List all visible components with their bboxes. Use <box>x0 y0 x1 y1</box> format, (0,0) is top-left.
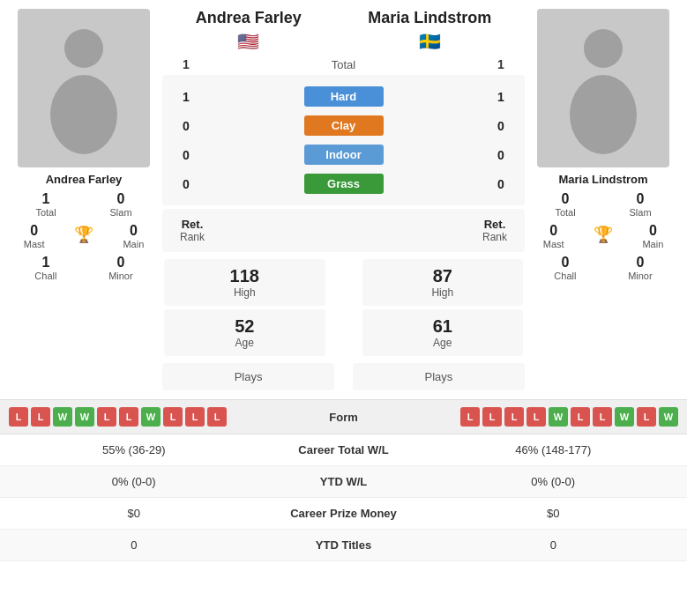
hard-row: 1 Hard 1 <box>162 82 525 111</box>
center-name-row: Andrea Farley 🇺🇸 Maria Lindstrom 🇸🇪 <box>162 9 525 52</box>
form-label: Form <box>291 411 397 424</box>
stats-center-1: YTD W/L <box>256 475 432 488</box>
hard-badge: Hard <box>304 86 384 107</box>
player1-trophy-cell: 🏆 <box>74 223 93 249</box>
form-badge-p2: W <box>659 407 678 427</box>
player1-stats-row3: 1 Chall 0 Minor <box>9 255 159 281</box>
form-badge-p2: L <box>571 407 590 427</box>
surface-table: 1 Hard 1 0 Clay 0 0 Indoor 0 0 Grass <box>162 75 525 205</box>
player2-high-label: High <box>431 286 453 299</box>
form-badge-p2: L <box>637 407 656 427</box>
player2-rank-box: Ret. Rank <box>482 218 507 243</box>
form-badge-p2: L <box>482 407 502 427</box>
player1-minor-label: Minor <box>108 271 133 281</box>
stats-left-3: 0 <box>12 538 256 552</box>
players-section: Andrea Farley 1 Total 0 Slam 0 Mast 🏆 <box>0 0 687 399</box>
player2-total-cell: 0 Total <box>555 191 575 218</box>
stats-row: 55% (36-29) Career Total W/L 46% (148-17… <box>0 434 687 466</box>
player2-age-box: 61 Age <box>362 309 524 356</box>
player2-mast-value: 0 <box>549 223 557 239</box>
form-badge-p1: W <box>141 407 161 427</box>
player2-chall-label: Chall <box>554 271 576 281</box>
player1-slam-label: Slam <box>110 207 132 218</box>
total-label: Total <box>199 58 488 71</box>
player2-minor-label: Minor <box>628 271 653 281</box>
stats-right-2: $0 <box>432 507 676 520</box>
player1-high-label: High <box>234 286 256 299</box>
hard-right: 1 <box>488 90 514 104</box>
player1-flag: 🇺🇸 <box>237 31 259 52</box>
player2-total-value: 0 <box>562 191 570 207</box>
stats-left-0: 55% (36-29) <box>12 443 256 456</box>
stats-table: 55% (36-29) Career Total W/L 46% (148-17… <box>0 434 687 561</box>
center-panel: Andrea Farley 🇺🇸 Maria Lindstrom 🇸🇪 1 To… <box>162 9 525 390</box>
form-badge-p2: L <box>504 407 524 427</box>
player1-rank-box: Ret. Rank <box>180 218 205 243</box>
form-badge-p1: W <box>53 407 72 427</box>
player2-card: Maria Lindstrom 0 Total 0 Slam 0 Mast 🏆 <box>528 9 678 390</box>
form-badge-p1: L <box>185 407 205 427</box>
stats-row: 0 YTD Titles 0 <box>0 530 687 561</box>
player1-age-label: Age <box>235 337 254 349</box>
player2-high-value: 87 <box>433 266 452 286</box>
player2-age-label: Age <box>433 337 452 349</box>
total-right: 1 <box>488 57 514 71</box>
plays-row: Plays Plays <box>162 360 525 390</box>
player2-main-value: 0 <box>649 223 657 239</box>
form-badge-p1: L <box>31 407 50 427</box>
total-left: 1 <box>173 57 199 71</box>
form-badge-p1: L <box>9 407 28 427</box>
grass-badge: Grass <box>304 174 384 194</box>
player1-minor-cell: 0 Minor <box>108 255 133 281</box>
total-row: 1 Total 1 <box>162 56 525 73</box>
player2-mast-cell: 0 Mast <box>543 223 564 249</box>
player1-main-value: 0 <box>130 223 138 239</box>
player2-trophy-icon: 🏆 <box>594 225 613 244</box>
form-badge-p2: W <box>549 407 568 427</box>
player1-total-value: 1 <box>42 191 50 207</box>
grass-row: 0 Grass 0 <box>162 169 525 198</box>
main-container: Andrea Farley 1 Total 0 Slam 0 Mast 🏆 <box>0 0 687 561</box>
clay-row: 0 Clay 0 <box>162 111 525 140</box>
spacer3 <box>338 360 349 390</box>
player2-minor-value: 0 <box>636 255 644 271</box>
stats-row: $0 Career Prize Money $0 <box>0 498 687 530</box>
clay-left: 0 <box>173 119 199 133</box>
player1-stats-row1: 1 Total 0 Slam <box>9 191 159 218</box>
form-badge-p1: L <box>119 407 138 427</box>
player2-main-label: Main <box>642 239 663 249</box>
svg-point-2 <box>584 29 623 68</box>
player2-silhouette <box>559 22 647 154</box>
player1-plays-box: Plays <box>162 363 334 390</box>
player1-age-box: 52 Age <box>164 309 325 356</box>
age-row: 52 Age 61 Age <box>162 309 525 356</box>
player2-name: Maria Lindstrom <box>558 173 647 186</box>
center-player2-info: Maria Lindstrom 🇸🇪 <box>368 9 491 52</box>
player1-plays-label: Plays <box>235 370 263 383</box>
grass-right: 0 <box>488 177 514 191</box>
rank-section: Ret. Rank Ret. Rank <box>162 209 525 252</box>
player1-chall-label: Chall <box>34 271 56 281</box>
indoor-badge: Indoor <box>304 145 384 165</box>
svg-point-3 <box>570 75 637 154</box>
hard-left: 1 <box>173 90 199 104</box>
center-player1-info: Andrea Farley 🇺🇸 <box>196 9 302 52</box>
player1-main-label: Main <box>123 239 144 249</box>
indoor-row: 0 Indoor 0 <box>162 140 525 169</box>
player2-photo <box>537 9 669 167</box>
form-badge-p2: W <box>615 407 634 427</box>
player2-trophy-cell: 🏆 <box>594 223 613 249</box>
player2-slam-cell: 0 Slam <box>630 191 652 218</box>
form-badge-p1: L <box>163 407 183 427</box>
svg-point-0 <box>64 29 103 68</box>
form-badge-p1: L <box>97 407 116 427</box>
clay-right: 0 <box>488 119 514 133</box>
player2-slam-label: Slam <box>630 207 652 218</box>
player2-total-label: Total <box>555 207 575 218</box>
player1-mast-value: 0 <box>30 223 38 239</box>
player2-slam-value: 0 <box>637 191 645 207</box>
player1-total-label: Total <box>35 207 56 218</box>
player2-high-box: 87 High <box>362 259 524 306</box>
player1-chall-cell: 1 Chall <box>34 255 56 281</box>
center-player1-name: Andrea Farley <box>196 9 302 27</box>
